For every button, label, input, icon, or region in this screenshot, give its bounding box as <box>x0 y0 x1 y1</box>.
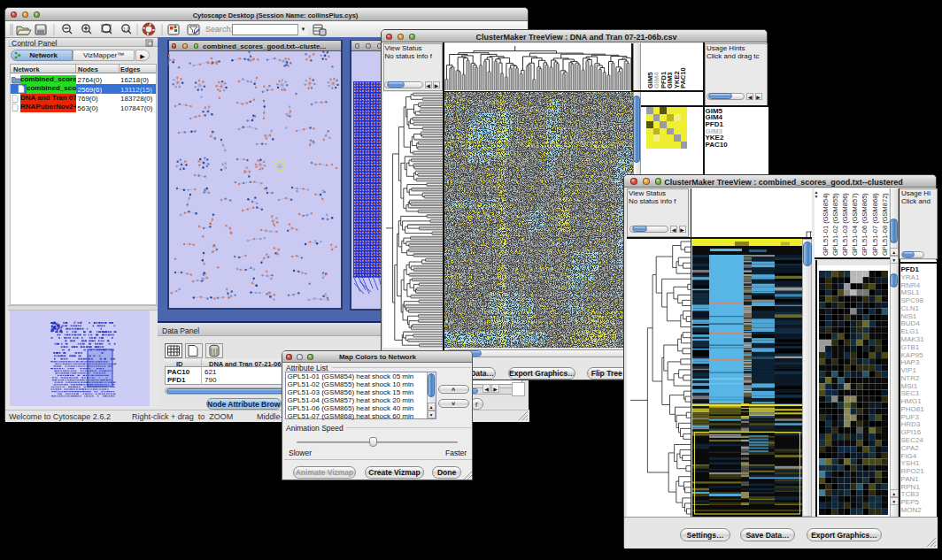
svg-text:1:1: 1:1 <box>123 27 129 32</box>
